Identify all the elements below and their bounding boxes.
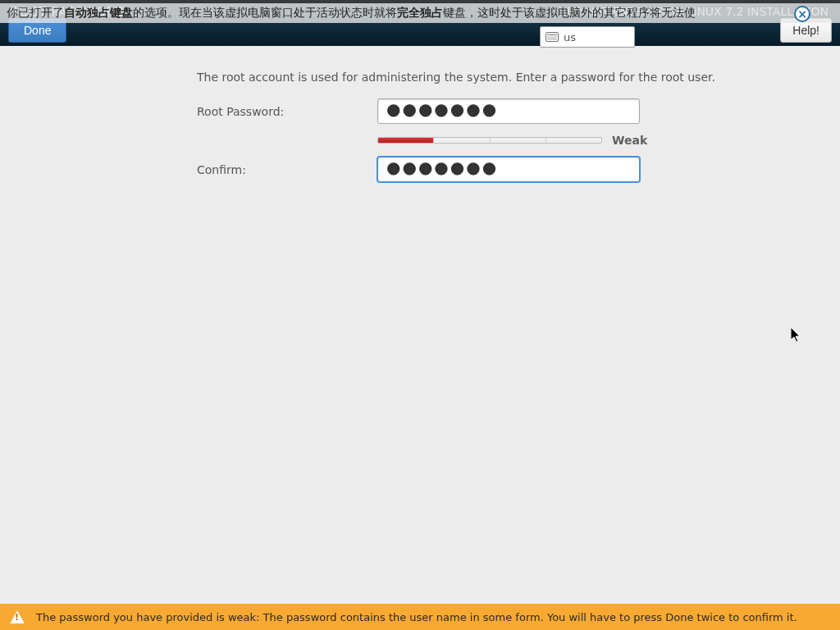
keyboard-layout-selector[interactable]: us bbox=[540, 26, 635, 48]
top-bar: ROOT PASSWORD RED HAT ENTERPRISE LINUX 7… bbox=[0, 0, 840, 46]
strength-seg-1 bbox=[378, 138, 434, 143]
main-content: The root account is used for administeri… bbox=[0, 46, 840, 182]
confirm-password-row: Confirm: ●●●●●●● bbox=[0, 157, 840, 182]
warning-icon bbox=[10, 610, 25, 623]
notice-text-pre: 你已打开了 bbox=[7, 6, 64, 21]
root-password-row: Root Password: ●●●●●●● bbox=[0, 98, 840, 124]
strength-seg-2 bbox=[434, 138, 490, 143]
notice-text-bold2: 完全独占 bbox=[397, 6, 443, 21]
strength-seg-3 bbox=[491, 138, 546, 143]
svg-marker-0 bbox=[791, 327, 800, 342]
password-strength-meter bbox=[377, 137, 602, 144]
instruction-text: The root account is used for administeri… bbox=[197, 71, 840, 84]
notice-text-bold1: 自动独占键盘 bbox=[64, 6, 133, 21]
confirm-password-input[interactable]: ●●●●●●● bbox=[377, 157, 640, 182]
root-password-label: Root Password: bbox=[0, 105, 377, 118]
root-password-input[interactable]: ●●●●●●● bbox=[377, 98, 640, 124]
warning-bar: The password you have provided is weak: … bbox=[0, 604, 840, 630]
warning-text: The password you have provided is weak: … bbox=[36, 611, 797, 623]
confirm-password-label: Confirm: bbox=[0, 163, 377, 176]
notice-text-mid: 的选项。现在当该虚拟电脑窗口处于活动状态时就将 bbox=[133, 6, 397, 21]
password-strength-label: Weak bbox=[612, 134, 647, 147]
password-strength-row: Weak bbox=[0, 134, 840, 147]
keyboard-layout-label: us bbox=[564, 31, 576, 43]
notice-text-post: 键盘，这时处于该虚拟电脑外的其它程序将无法使 bbox=[443, 6, 696, 21]
keyboard-icon bbox=[546, 32, 559, 42]
close-icon[interactable]: × bbox=[794, 6, 810, 22]
strength-seg-4 bbox=[546, 138, 601, 143]
vm-keyboard-capture-notice: 你已打开了 自动独占键盘 的选项。现在当该虚拟电脑窗口处于活动状态时就将 完全独… bbox=[0, 3, 840, 23]
